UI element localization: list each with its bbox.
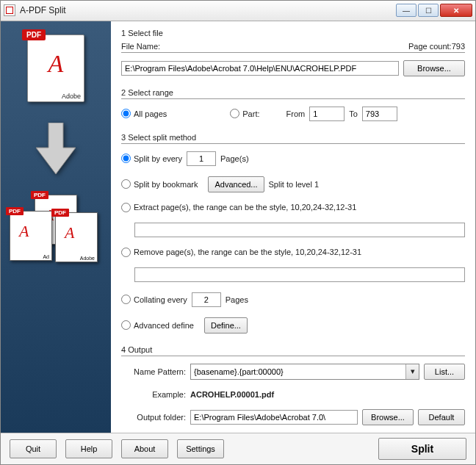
split-bookmark-radio[interactable]: Split by bookmark bbox=[121, 179, 198, 189]
minimize-button[interactable]: — bbox=[396, 4, 416, 17]
main-panel: 1 Select file File Name: Page count:793 … bbox=[111, 21, 475, 433]
pdf-mini-icon: PDF A Adobe bbox=[55, 212, 98, 262]
app-icon bbox=[4, 4, 15, 16]
advanced-define-radio[interactable]: Advanced define bbox=[121, 320, 194, 330]
split-every-radio[interactable]: Split by every bbox=[121, 154, 182, 163]
browse-file-button[interactable]: Browse... bbox=[403, 60, 465, 76]
pdf-output-icons: PDF A Ad PDF A Ad PDF A Adobe bbox=[7, 195, 105, 268]
step1-heading: 1 Select file bbox=[121, 29, 465, 37]
to-label: To bbox=[349, 109, 358, 118]
to-input[interactable] bbox=[362, 107, 397, 121]
titlebar: A-PDF Split — ☐ ✕ bbox=[1, 1, 475, 21]
output-folder-label: Output folder: bbox=[121, 413, 186, 422]
from-label: From bbox=[286, 109, 306, 118]
window-controls: — ☐ ✕ bbox=[396, 4, 472, 17]
window-title: A-PDF Split bbox=[20, 5, 396, 15]
about-button[interactable]: About bbox=[121, 439, 168, 458]
default-button[interactable]: Default bbox=[418, 409, 465, 425]
example-value: ACROHELP.00001.pdf bbox=[190, 390, 274, 399]
name-pattern-input[interactable] bbox=[191, 364, 405, 379]
split-every-suffix: Page(s) bbox=[220, 154, 249, 163]
remove-radio[interactable]: Remove page(s), the range can be the sty… bbox=[121, 248, 361, 257]
pdf-mini-icon: PDF A Ad bbox=[10, 211, 52, 261]
adobe-label: Adobe bbox=[62, 93, 81, 100]
collate-suffix: Pages bbox=[226, 295, 248, 304]
file-name-label: File Name: bbox=[121, 42, 160, 51]
settings-button[interactable]: Settings bbox=[177, 439, 224, 458]
step3-heading: 3 Select split method bbox=[121, 133, 465, 144]
split-every-input[interactable] bbox=[187, 151, 216, 166]
adobe-symbol-icon: A bbox=[48, 50, 64, 78]
remove-input[interactable] bbox=[134, 267, 465, 282]
define-button[interactable]: Define... bbox=[204, 317, 248, 334]
name-pattern-combo[interactable]: ▾ bbox=[190, 364, 419, 380]
step4-heading: 4 Output bbox=[121, 345, 465, 356]
arrow-down-icon bbox=[35, 123, 76, 174]
bookmark-advanced-button[interactable]: Advanced... bbox=[208, 176, 264, 192]
example-label: Example: bbox=[121, 390, 186, 399]
part-radio[interactable]: Part: bbox=[230, 109, 259, 118]
maximize-button[interactable]: ☐ bbox=[418, 4, 439, 17]
name-pattern-label: Name Pattern: bbox=[121, 367, 186, 376]
pdf-source-icon: PDF A Adobe bbox=[27, 35, 84, 102]
step1-subhead: File Name: Page count:793 bbox=[121, 42, 465, 53]
chevron-down-icon[interactable]: ▾ bbox=[405, 364, 419, 379]
footer-bar: Quit Help About Settings Split bbox=[1, 433, 475, 464]
close-button[interactable]: ✕ bbox=[440, 4, 472, 17]
browse-folder-button[interactable]: Browse... bbox=[362, 409, 414, 425]
sidebar: PDF A Adobe PDF A Ad PDF A Ad PD bbox=[1, 21, 111, 433]
page-count-display: Page count:793 bbox=[408, 42, 465, 51]
split-button[interactable]: Split bbox=[378, 438, 466, 460]
list-button[interactable]: List... bbox=[424, 364, 465, 380]
quit-button[interactable]: Quit bbox=[10, 439, 57, 458]
collate-input[interactable] bbox=[192, 292, 221, 307]
all-pages-radio[interactable]: All pages bbox=[121, 109, 167, 118]
collate-radio[interactable]: Collating every bbox=[121, 295, 187, 304]
help-button[interactable]: Help bbox=[65, 439, 112, 458]
from-input[interactable] bbox=[309, 107, 345, 121]
file-name-input[interactable] bbox=[121, 61, 399, 76]
extract-radio[interactable]: Extract page(s), the range can be the st… bbox=[121, 203, 356, 212]
extract-input[interactable] bbox=[134, 223, 465, 237]
bookmark-note: Split to level 1 bbox=[269, 180, 319, 189]
step2-heading: 2 Select range bbox=[121, 88, 465, 99]
output-folder-input[interactable] bbox=[190, 410, 358, 425]
pdf-badge: PDF bbox=[22, 29, 46, 40]
app-window: A-PDF Split — ☐ ✕ PDF A Adobe PDF A Ad bbox=[0, 0, 476, 465]
